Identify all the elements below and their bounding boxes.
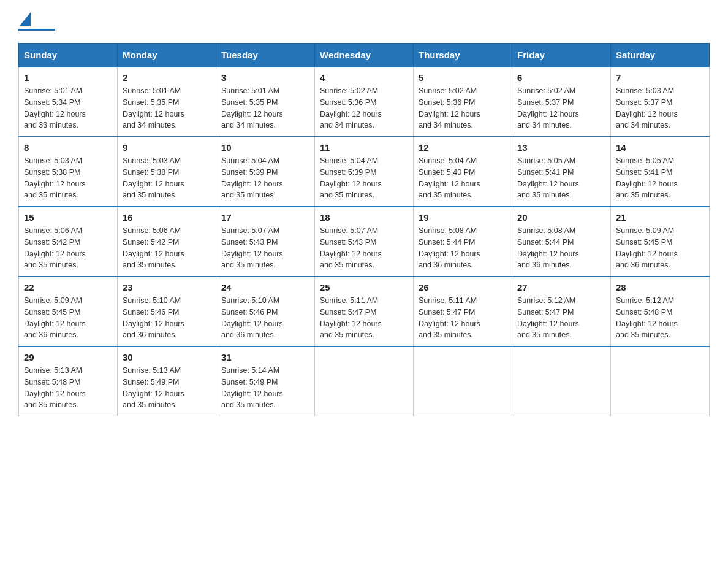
calendar-cell: 18 Sunrise: 5:07 AMSunset: 5:43 PMDaylig… — [315, 207, 414, 277]
day-number: 11 — [320, 142, 408, 153]
day-info: Sunrise: 5:12 AMSunset: 5:48 PMDaylight:… — [616, 296, 678, 339]
day-number: 17 — [221, 212, 309, 223]
day-info: Sunrise: 5:05 AMSunset: 5:41 PMDaylight:… — [517, 156, 579, 199]
day-info: Sunrise: 5:07 AMSunset: 5:43 PMDaylight:… — [320, 226, 382, 269]
day-info: Sunrise: 5:02 AMSunset: 5:36 PMDaylight:… — [419, 86, 480, 129]
day-info: Sunrise: 5:12 AMSunset: 5:47 PMDaylight:… — [517, 296, 579, 339]
day-number: 22 — [24, 282, 112, 293]
calendar-cell: 9 Sunrise: 5:03 AMSunset: 5:38 PMDayligh… — [118, 137, 216, 207]
day-info: Sunrise: 5:06 AMSunset: 5:42 PMDaylight:… — [123, 226, 184, 269]
day-number: 1 — [24, 72, 112, 83]
day-info: Sunrise: 5:03 AMSunset: 5:38 PMDaylight:… — [24, 156, 86, 199]
day-info: Sunrise: 5:09 AMSunset: 5:45 PMDaylight:… — [616, 226, 678, 269]
calendar-cell: 15 Sunrise: 5:06 AMSunset: 5:42 PMDaylig… — [19, 207, 118, 277]
day-number: 14 — [616, 142, 704, 153]
calendar-cell: 13 Sunrise: 5:05 AMSunset: 5:41 PMDaylig… — [512, 137, 611, 207]
day-number: 10 — [221, 142, 309, 153]
calendar-cell: 31 Sunrise: 5:14 AMSunset: 5:49 PMDaylig… — [216, 347, 315, 416]
calendar-cell: 10 Sunrise: 5:04 AMSunset: 5:39 PMDaylig… — [216, 137, 315, 207]
page-header — [18, 12, 710, 31]
day-info: Sunrise: 5:04 AMSunset: 5:40 PMDaylight:… — [419, 156, 480, 199]
calendar-cell: 25 Sunrise: 5:11 AMSunset: 5:47 PMDaylig… — [315, 277, 414, 347]
calendar-week-row: 1 Sunrise: 5:01 AMSunset: 5:34 PMDayligh… — [19, 67, 710, 137]
calendar-cell: 28 Sunrise: 5:12 AMSunset: 5:48 PMDaylig… — [611, 277, 710, 347]
calendar-cell: 3 Sunrise: 5:01 AMSunset: 5:35 PMDayligh… — [216, 67, 315, 137]
day-number: 8 — [24, 142, 112, 153]
calendar-cell: 6 Sunrise: 5:02 AMSunset: 5:37 PMDayligh… — [512, 67, 611, 137]
day-info: Sunrise: 5:07 AMSunset: 5:43 PMDaylight:… — [221, 226, 283, 269]
day-number: 30 — [123, 352, 211, 362]
day-info: Sunrise: 5:10 AMSunset: 5:46 PMDaylight:… — [221, 296, 283, 339]
logo-underline — [18, 29, 55, 31]
day-number: 16 — [123, 212, 211, 223]
calendar-cell: 26 Sunrise: 5:11 AMSunset: 5:47 PMDaylig… — [414, 277, 512, 347]
header-thursday: Thursday — [414, 44, 512, 67]
day-number: 5 — [419, 72, 507, 83]
day-number: 4 — [320, 72, 408, 83]
day-info: Sunrise: 5:02 AMSunset: 5:37 PMDaylight:… — [517, 86, 579, 129]
calendar-cell: 5 Sunrise: 5:02 AMSunset: 5:36 PMDayligh… — [414, 67, 512, 137]
header-saturday: Saturday — [611, 44, 710, 67]
day-number: 19 — [419, 212, 507, 223]
day-info: Sunrise: 5:11 AMSunset: 5:47 PMDaylight:… — [320, 296, 382, 339]
calendar-cell: 11 Sunrise: 5:04 AMSunset: 5:39 PMDaylig… — [315, 137, 414, 207]
day-info: Sunrise: 5:13 AMSunset: 5:48 PMDaylight:… — [24, 366, 86, 409]
svg-marker-0 — [20, 12, 31, 26]
logo — [18, 12, 55, 31]
day-number: 9 — [123, 142, 211, 153]
calendar-cell — [611, 347, 710, 416]
header-tuesday: Tuesday — [216, 44, 315, 67]
calendar-week-row: 29 Sunrise: 5:13 AMSunset: 5:48 PMDaylig… — [19, 347, 710, 416]
header-wednesday: Wednesday — [315, 44, 414, 67]
calendar-week-row: 8 Sunrise: 5:03 AMSunset: 5:38 PMDayligh… — [19, 137, 710, 207]
day-number: 27 — [517, 282, 605, 293]
calendar-cell: 12 Sunrise: 5:04 AMSunset: 5:40 PMDaylig… — [414, 137, 512, 207]
logo-triangle-icon — [20, 12, 31, 26]
calendar-cell: 19 Sunrise: 5:08 AMSunset: 5:44 PMDaylig… — [414, 207, 512, 277]
day-number: 26 — [419, 282, 507, 293]
day-number: 3 — [221, 72, 309, 83]
day-number: 2 — [123, 72, 211, 83]
day-number: 15 — [24, 212, 112, 223]
calendar-week-row: 22 Sunrise: 5:09 AMSunset: 5:45 PMDaylig… — [19, 277, 710, 347]
day-number: 12 — [419, 142, 507, 153]
calendar-cell: 16 Sunrise: 5:06 AMSunset: 5:42 PMDaylig… — [118, 207, 216, 277]
header-monday: Monday — [118, 44, 216, 67]
header-sunday: Sunday — [19, 44, 118, 67]
day-info: Sunrise: 5:09 AMSunset: 5:45 PMDaylight:… — [24, 296, 86, 339]
day-number: 25 — [320, 282, 408, 293]
day-number: 28 — [616, 282, 704, 293]
header-friday: Friday — [512, 44, 611, 67]
calendar-cell: 27 Sunrise: 5:12 AMSunset: 5:47 PMDaylig… — [512, 277, 611, 347]
calendar-cell — [512, 347, 611, 416]
day-info: Sunrise: 5:01 AMSunset: 5:35 PMDaylight:… — [221, 86, 283, 129]
day-number: 31 — [221, 352, 309, 362]
calendar-cell: 1 Sunrise: 5:01 AMSunset: 5:34 PMDayligh… — [19, 67, 118, 137]
day-number: 18 — [320, 212, 408, 223]
calendar-header-row: Sunday Monday Tuesday Wednesday Thursday… — [19, 44, 710, 67]
day-info: Sunrise: 5:01 AMSunset: 5:34 PMDaylight:… — [24, 86, 86, 129]
day-number: 7 — [616, 72, 704, 83]
day-info: Sunrise: 5:03 AMSunset: 5:37 PMDaylight:… — [616, 86, 678, 129]
calendar-cell: 20 Sunrise: 5:08 AMSunset: 5:44 PMDaylig… — [512, 207, 611, 277]
day-number: 20 — [517, 212, 605, 223]
day-info: Sunrise: 5:04 AMSunset: 5:39 PMDaylight:… — [320, 156, 382, 199]
day-number: 29 — [24, 352, 112, 362]
calendar-body: 1 Sunrise: 5:01 AMSunset: 5:34 PMDayligh… — [19, 67, 710, 416]
day-info: Sunrise: 5:04 AMSunset: 5:39 PMDaylight:… — [221, 156, 283, 199]
calendar-cell: 30 Sunrise: 5:13 AMSunset: 5:49 PMDaylig… — [118, 347, 216, 416]
calendar-week-row: 15 Sunrise: 5:06 AMSunset: 5:42 PMDaylig… — [19, 207, 710, 277]
day-number: 13 — [517, 142, 605, 153]
day-info: Sunrise: 5:05 AMSunset: 5:41 PMDaylight:… — [616, 156, 678, 199]
day-info: Sunrise: 5:08 AMSunset: 5:44 PMDaylight:… — [419, 226, 480, 269]
day-info: Sunrise: 5:08 AMSunset: 5:44 PMDaylight:… — [517, 226, 579, 269]
day-number: 6 — [517, 72, 605, 83]
day-info: Sunrise: 5:13 AMSunset: 5:49 PMDaylight:… — [123, 366, 184, 409]
day-info: Sunrise: 5:10 AMSunset: 5:46 PMDaylight:… — [123, 296, 184, 339]
calendar-table: Sunday Monday Tuesday Wednesday Thursday… — [18, 43, 710, 416]
day-info: Sunrise: 5:11 AMSunset: 5:47 PMDaylight:… — [419, 296, 480, 339]
calendar-cell: 7 Sunrise: 5:03 AMSunset: 5:37 PMDayligh… — [611, 67, 710, 137]
day-number: 21 — [616, 212, 704, 223]
day-info: Sunrise: 5:14 AMSunset: 5:49 PMDaylight:… — [221, 366, 283, 409]
calendar-cell: 14 Sunrise: 5:05 AMSunset: 5:41 PMDaylig… — [611, 137, 710, 207]
